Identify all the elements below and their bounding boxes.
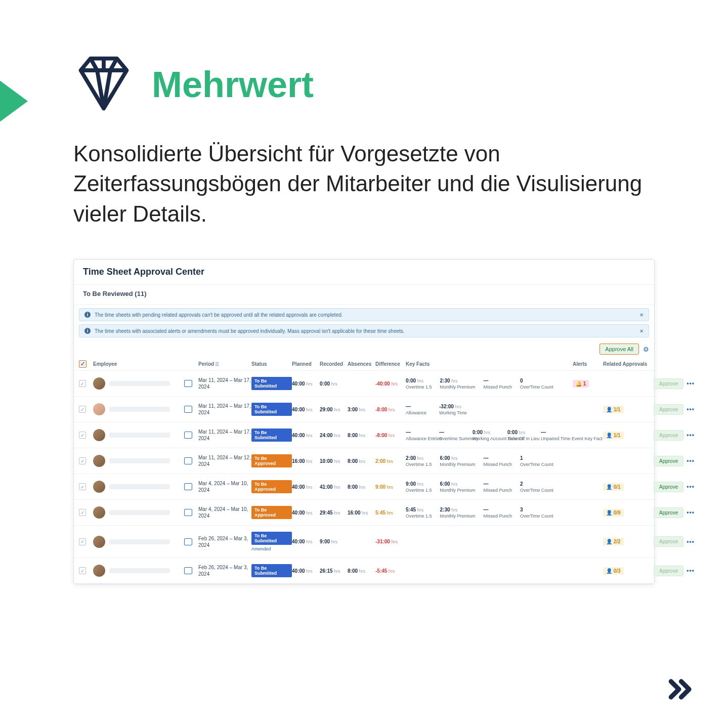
employee-cell[interactable] [93, 403, 184, 415]
more-actions-icon[interactable]: ••• [687, 380, 695, 387]
calendar-icon[interactable] [184, 483, 192, 490]
keyfact: — Missed Punch [484, 378, 512, 390]
col-recorded[interactable]: Recorded [320, 361, 348, 367]
more-actions-icon[interactable]: ••• [687, 432, 695, 439]
planned-cell: 40:00 hrs [292, 381, 320, 387]
col-related[interactable]: Related Approvals [603, 361, 654, 367]
row-checkbox[interactable]: ✓ [79, 538, 86, 545]
alert-badge[interactable]: 🔔 1 [573, 380, 589, 388]
employee-name-redacted [109, 484, 170, 489]
keyfacts-cell: 9:00 hrs Overtime 1.5 6:00 hrs Monthly P… [406, 481, 573, 493]
next-chevron-icon[interactable] [667, 675, 695, 705]
more-actions-icon[interactable]: ••• [687, 567, 695, 574]
select-all-checkbox[interactable]: ✓ [79, 360, 87, 368]
keyfact-value: 5:45 hrs [406, 507, 432, 512]
employee-cell[interactable] [93, 536, 184, 548]
actions-cell: Approve ••• [654, 378, 695, 389]
amended-link[interactable]: Amended [251, 546, 271, 551]
calendar-icon[interactable] [184, 538, 192, 545]
filter-icon[interactable]: ☰ [215, 362, 219, 367]
calendar-icon[interactable] [184, 567, 192, 574]
row-checkbox[interactable]: ✓ [79, 406, 86, 413]
status-badge: To Be Submitted [251, 564, 292, 577]
gear-icon[interactable]: ⚙ [643, 346, 649, 353]
related-approvals-badge[interactable]: 👤 1/1 [603, 406, 624, 413]
absences-cell: 8:00 hrs [348, 433, 375, 438]
recorded-cell: 29:45 hrs [320, 510, 348, 516]
more-actions-icon[interactable]: ••• [687, 406, 695, 413]
status-cell: To Be Submitted [251, 429, 292, 442]
employee-cell[interactable] [93, 506, 184, 519]
avatar [93, 403, 105, 415]
keyfact-value: 6:00 hrs [440, 455, 476, 461]
calendar-icon[interactable] [184, 432, 192, 439]
more-actions-icon[interactable]: ••• [687, 457, 695, 464]
col-status[interactable]: Status [251, 361, 292, 367]
keyfact: 2:00 hrs Overtime 1.5 [406, 455, 432, 467]
employee-name-redacted [109, 539, 170, 544]
info-text: The time sheets with associated alerts o… [95, 328, 405, 334]
col-employee[interactable]: Employee [93, 361, 184, 367]
toolbar: Approve All ⚙ [74, 340, 654, 358]
related-approvals-badge[interactable]: 👤 0/9 [603, 509, 624, 517]
related-approvals-badge[interactable]: 👤 1/1 [603, 432, 624, 439]
employee-cell[interactable] [93, 565, 184, 577]
approve-button[interactable]: Approve [654, 482, 683, 492]
close-icon[interactable]: ✕ [639, 328, 644, 334]
timesheet-app: Time Sheet Approval Center To Be Reviewe… [73, 259, 655, 584]
calendar-icon[interactable] [184, 380, 192, 387]
approve-button[interactable]: Approve [654, 378, 683, 389]
row-checkbox[interactable]: ✓ [79, 432, 86, 439]
approve-button[interactable]: Approve [654, 430, 683, 441]
more-actions-icon[interactable]: ••• [687, 483, 695, 490]
approve-button[interactable]: Approve [654, 507, 683, 518]
related-approvals-badge[interactable]: 👤 0/3 [603, 567, 624, 575]
related-approvals-badge[interactable]: 👤 2/2 [603, 538, 624, 545]
status-badge: To Be Submitted [251, 532, 292, 545]
difference-cell: -8:00 hrs [375, 407, 406, 412]
more-actions-icon[interactable]: ••• [687, 538, 695, 545]
row-checkbox[interactable]: ✓ [79, 509, 86, 516]
keyfact: 2 OverTime Count [520, 481, 553, 493]
keyfact: 2:30 hrs Monthly Premium [440, 507, 476, 519]
section-header[interactable]: To Be Reviewed (11) [74, 285, 654, 305]
arrow-decoration [0, 66, 28, 137]
employee-cell[interactable] [93, 377, 184, 390]
keyfact-value: 9:00 hrs [406, 481, 432, 487]
more-actions-icon[interactable]: ••• [687, 509, 695, 516]
employee-cell[interactable] [93, 429, 184, 441]
calendar-icon[interactable] [184, 406, 192, 413]
employee-cell[interactable] [93, 455, 184, 467]
approve-button[interactable]: Approve [654, 566, 683, 576]
employee-name-redacted [109, 433, 170, 438]
related-approvals-badge[interactable]: 👤 0/1 [603, 483, 624, 491]
keyfact-label: Unpaired Time Event Key Fact [541, 436, 573, 441]
row-checkbox[interactable]: ✓ [79, 483, 86, 490]
col-keyfacts[interactable]: Key Facts [406, 361, 573, 367]
approve-all-button[interactable]: Approve All [599, 344, 639, 355]
calendar-icon[interactable] [184, 457, 192, 464]
col-planned[interactable]: Planned [292, 361, 320, 367]
approve-button[interactable]: Approve [654, 456, 683, 466]
planned-cell: 40:00 hrs [292, 510, 320, 516]
approve-button[interactable]: Approve [654, 404, 683, 415]
actions-cell: Approve ••• [654, 456, 695, 466]
col-period[interactable]: Period☰ [198, 361, 251, 367]
approve-button[interactable]: Approve [654, 536, 683, 547]
period-cell: Mar 4, 2024 – Mar 10, 2024 [198, 480, 251, 493]
info-text: The time sheets with pending related app… [95, 312, 343, 318]
row-checkbox[interactable]: ✓ [79, 567, 86, 574]
col-absences[interactable]: Absences [348, 361, 375, 367]
employee-cell[interactable] [93, 481, 184, 493]
table-row: ✓ Mar 4, 2024 – Mar 10, 2024 To Be Appro… [74, 474, 654, 500]
row-checkbox[interactable]: ✓ [79, 457, 86, 464]
col-difference[interactable]: Difference [375, 361, 406, 367]
close-icon[interactable]: ✕ [639, 312, 644, 318]
row-checkbox[interactable]: ✓ [79, 380, 86, 387]
keyfacts-cell: 2:00 hrs Overtime 1.5 6:00 hrs Monthly P… [406, 455, 573, 467]
col-alerts[interactable]: Alerts [573, 361, 603, 367]
status-cell: To Be Approved [251, 480, 292, 493]
calendar-icon[interactable] [184, 509, 192, 516]
related-approvals-cell: 👤 1/1 [603, 406, 654, 413]
absences-cell: 8:00 hrs [348, 568, 375, 574]
